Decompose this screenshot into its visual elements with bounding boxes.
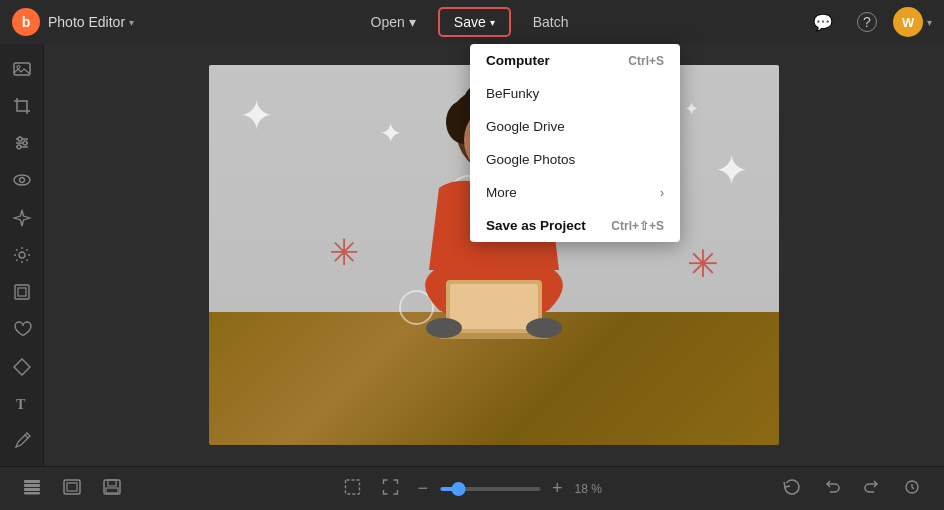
sidebar-item-image[interactable] — [4, 52, 40, 85]
save-chevron: ▾ — [490, 17, 495, 28]
sidebar-item-settings[interactable] — [4, 238, 40, 271]
dropdown-computer-shortcut: Ctrl+S — [628, 54, 664, 68]
user-avatar-wrapper[interactable]: W ▾ — [893, 7, 932, 37]
app-title-chevron: ▾ — [129, 17, 134, 28]
dropdown-more-arrow: › — [660, 186, 664, 200]
svg-point-31 — [426, 318, 462, 338]
sidebar-item-text[interactable]: T — [4, 387, 40, 420]
svg-rect-12 — [15, 285, 29, 299]
svg-rect-43 — [345, 480, 359, 494]
svg-marker-14 — [14, 359, 30, 375]
svg-rect-37 — [24, 492, 40, 495]
user-avatar[interactable]: W — [893, 7, 923, 37]
zoom-in-button[interactable]: + — [548, 476, 567, 501]
svg-point-8 — [14, 175, 30, 185]
svg-rect-36 — [24, 488, 40, 491]
open-button[interactable]: Open ▾ — [357, 8, 430, 36]
bottom-toolbar: − + 18 % — [0, 466, 944, 510]
svg-point-11 — [19, 252, 25, 258]
dropdown-googlephotos-label: Google Photos — [486, 152, 575, 167]
dropdown-googledrive-label: Google Drive — [486, 119, 565, 134]
zoom-thumb[interactable] — [451, 482, 465, 496]
app-title-text: Photo Editor — [48, 14, 125, 30]
svg-rect-13 — [18, 288, 26, 296]
svg-text:T: T — [16, 397, 26, 412]
save-label: Save — [454, 14, 486, 30]
dropdown-saveproject-label: Save as Project — [486, 218, 586, 233]
dropdown-saveproject-shortcut: Ctrl+⇧+S — [611, 219, 664, 233]
open-chevron: ▾ — [409, 14, 416, 30]
history-icon[interactable] — [896, 474, 928, 504]
zoom-percentage: 18 % — [575, 482, 607, 496]
dropdown-item-googlephotos[interactable]: Google Photos — [470, 143, 680, 176]
svg-point-9 — [19, 178, 24, 183]
sidebar-item-favorites[interactable] — [4, 313, 40, 346]
dropdown-item-saveproject[interactable]: Save as Project Ctrl+⇧+S — [470, 209, 680, 242]
expand-icon[interactable] — [375, 474, 405, 504]
app-title[interactable]: Photo Editor ▾ — [48, 14, 134, 30]
zoom-slider[interactable] — [440, 487, 540, 491]
help-button[interactable]: ? — [849, 6, 885, 38]
left-sidebar: T — [0, 44, 44, 466]
svg-rect-39 — [67, 483, 77, 491]
svg-point-6 — [23, 141, 27, 145]
open-label: Open — [371, 14, 405, 30]
dropdown-computer-label: Computer — [486, 53, 550, 68]
svg-rect-41 — [108, 480, 116, 486]
svg-point-32 — [526, 318, 562, 338]
dropdown-item-googledrive[interactable]: Google Drive — [470, 110, 680, 143]
sidebar-item-effects[interactable] — [4, 201, 40, 234]
avatar-chevron: ▾ — [927, 17, 932, 28]
help-icon: ? — [857, 12, 877, 32]
layers-icon[interactable] — [16, 474, 48, 504]
batch-label: Batch — [533, 14, 569, 30]
bottom-right-controls — [776, 474, 928, 504]
crop-canvas-icon[interactable] — [337, 474, 367, 503]
sidebar-item-frame[interactable] — [4, 276, 40, 309]
sidebar-item-adjust[interactable] — [4, 127, 40, 160]
svg-point-5 — [18, 137, 22, 141]
svg-rect-42 — [106, 488, 118, 493]
svg-rect-29 — [450, 284, 538, 329]
frames-icon[interactable] — [56, 474, 88, 504]
zoom-out-button[interactable]: − — [413, 476, 432, 501]
dropdown-item-befunky[interactable]: BeFunky — [470, 77, 680, 110]
undo-icon[interactable] — [816, 474, 848, 504]
refresh-icon[interactable] — [776, 474, 808, 504]
app-logo[interactable]: b — [12, 8, 40, 36]
dropdown-item-computer[interactable]: Computer Ctrl+S — [470, 44, 680, 77]
sidebar-item-crop[interactable] — [4, 89, 40, 122]
save-button[interactable]: Save ▾ — [438, 7, 511, 37]
feedback-button[interactable]: 💬 — [805, 7, 841, 38]
batch-button[interactable]: Batch — [519, 8, 583, 36]
svg-rect-0 — [14, 63, 30, 75]
dropdown-befunky-label: BeFunky — [486, 86, 539, 101]
header: b Photo Editor ▾ Open ▾ Save ▾ Batch 💬 ?… — [0, 0, 944, 44]
svg-point-1 — [17, 65, 20, 68]
svg-point-7 — [17, 145, 21, 149]
sidebar-item-shape[interactable] — [4, 350, 40, 383]
dropdown-item-more[interactable]: More › — [470, 176, 680, 209]
zoom-controls: − + 18 % — [337, 474, 606, 504]
svg-rect-34 — [24, 484, 40, 487]
redo-icon[interactable] — [856, 474, 888, 504]
feedback-icon: 💬 — [813, 13, 833, 32]
save-small-icon[interactable] — [96, 474, 128, 504]
svg-marker-10 — [14, 210, 30, 226]
sidebar-item-view[interactable] — [4, 164, 40, 197]
save-dropdown: Computer Ctrl+S BeFunky Google Drive Goo… — [470, 44, 680, 242]
svg-rect-35 — [24, 480, 40, 483]
sidebar-item-draw[interactable] — [4, 425, 40, 458]
dropdown-more-label: More — [486, 185, 517, 200]
